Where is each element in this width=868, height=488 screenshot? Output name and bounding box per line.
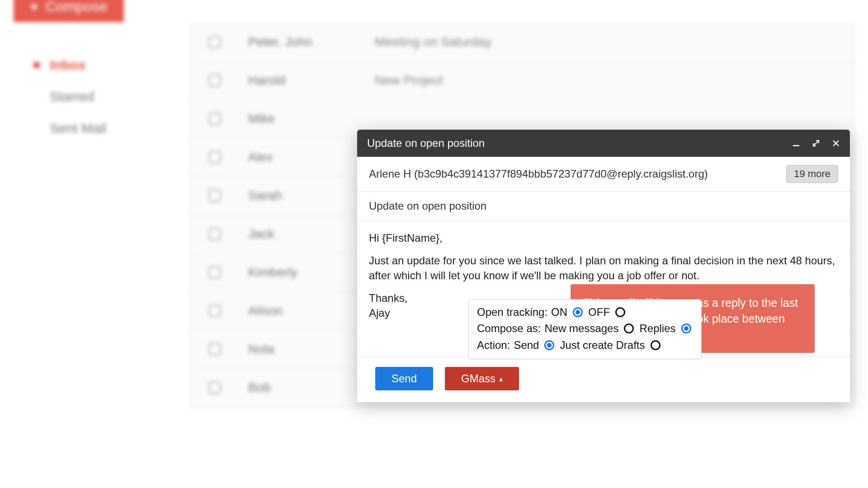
compose-header: Update on open position xyxy=(357,130,850,157)
checkbox[interactable] xyxy=(208,228,221,240)
mail-sender: Peter, John xyxy=(248,35,348,49)
body-signature: Ajay xyxy=(369,307,390,319)
checkbox[interactable] xyxy=(208,74,221,87)
action-drafts-label: Just create Drafts xyxy=(560,338,645,352)
compose-footer: Send GMass ▴ xyxy=(357,357,850,402)
close-icon[interactable] xyxy=(832,139,840,147)
send-button[interactable]: Send xyxy=(375,367,433,390)
mail-subject: New Project xyxy=(375,73,443,88)
gmass-button[interactable]: GMass ▴ xyxy=(445,367,519,390)
compose-dialog: Update on open position Arlene H (b3c9b4… xyxy=(357,130,850,402)
minimize-icon[interactable] xyxy=(792,139,800,147)
option-compose-as: Compose as: New messages Replies xyxy=(477,320,693,337)
radio-action-send[interactable] xyxy=(544,340,554,350)
compose-label: Compose xyxy=(46,0,108,15)
subject-row[interactable]: Update on open position xyxy=(357,192,850,221)
body-paragraph: Just an update for you since we last tal… xyxy=(369,253,838,283)
body-thanks: Thanks, xyxy=(369,292,407,304)
checkbox[interactable] xyxy=(208,189,221,202)
send-button-label: Send xyxy=(392,372,417,385)
on-label: ON xyxy=(551,305,567,319)
sidebar-item-inbox[interactable]: Inbox xyxy=(14,49,176,81)
gmass-button-label: GMass xyxy=(461,372,495,385)
mail-sender: Harold xyxy=(248,73,348,88)
mail-sender: Sarah xyxy=(248,188,348,203)
radio-open-tracking-off[interactable] xyxy=(615,307,625,317)
svg-rect-0 xyxy=(793,145,799,146)
checkbox[interactable] xyxy=(208,36,221,48)
option-open-tracking: Open tracking: ON OFF xyxy=(477,304,693,320)
body-greeting: Hi {FirstName}, xyxy=(369,231,838,245)
new-messages-label: New messages xyxy=(544,321,618,336)
mail-sender: Alex xyxy=(248,150,348,164)
radio-action-drafts[interactable] xyxy=(651,340,660,350)
replies-label: Replies xyxy=(639,321,675,336)
sidebar-item-label: Starred xyxy=(50,89,94,104)
sidebar-item-starred[interactable]: Starred xyxy=(14,81,176,113)
more-recipients-chip[interactable]: 19 more xyxy=(786,165,838,183)
off-label: OFF xyxy=(588,305,610,319)
mail-sender: Bob xyxy=(248,380,348,395)
radio-compose-replies[interactable] xyxy=(681,324,691,333)
checkbox[interactable] xyxy=(208,305,221,317)
mail-sender: Mike xyxy=(248,112,348,126)
mail-subject: Meeting on Saturday xyxy=(375,35,491,49)
compose-button[interactable]: + Compose xyxy=(14,0,124,22)
option-action: Action: Send Just create Drafts xyxy=(477,337,693,353)
checkbox[interactable] xyxy=(208,381,221,394)
mail-row[interactable]: Peter, JohnMeeting on Saturday xyxy=(190,23,854,61)
sidebar: + Compose Inbox Starred Sent Mail xyxy=(14,0,176,144)
sidebar-item-sent-mail[interactable]: Sent Mail xyxy=(14,113,176,144)
mail-sender: Alison xyxy=(248,304,348,318)
compose-body: Arlene H (b3c9b4c39141377f894bbb57237d77… xyxy=(357,157,850,357)
plus-icon: + xyxy=(30,0,38,15)
radio-open-tracking-on[interactable] xyxy=(573,307,583,317)
checkbox[interactable] xyxy=(208,113,221,125)
message-body[interactable]: Hi {FirstName}, Just an update for you s… xyxy=(357,221,850,357)
recipients-row[interactable]: Arlene H (b3c9b4c39141377f894bbb57237d77… xyxy=(357,157,850,192)
gmass-options-panel: Open tracking: ON OFF Compose as: New me… xyxy=(468,299,702,359)
radio-compose-new[interactable] xyxy=(624,324,634,333)
action-label: Action: xyxy=(477,338,510,352)
caret-up-icon: ▴ xyxy=(499,375,503,383)
subject-text: Update on open position xyxy=(369,200,486,212)
mail-row[interactable]: HaroldNew Project xyxy=(190,61,854,100)
mail-sender: Nola xyxy=(248,342,348,357)
expand-icon[interactable] xyxy=(812,139,820,147)
recipient-text: Arlene H (b3c9b4c39141377f894bbb57237d77… xyxy=(369,168,779,180)
compose-title: Update on open position xyxy=(367,137,780,150)
sidebar-item-label: Sent Mail xyxy=(50,121,106,136)
checkbox[interactable] xyxy=(208,266,221,279)
compose-as-label: Compose as: xyxy=(477,321,541,336)
open-tracking-label: Open tracking: xyxy=(477,305,547,319)
mail-sender: Kimberly xyxy=(248,265,348,280)
action-send-label: Send xyxy=(514,338,539,352)
checkbox[interactable] xyxy=(208,343,221,356)
sidebar-item-label: Inbox xyxy=(50,57,86,72)
checkbox[interactable] xyxy=(208,151,221,164)
mail-sender: Jack xyxy=(248,227,348,241)
